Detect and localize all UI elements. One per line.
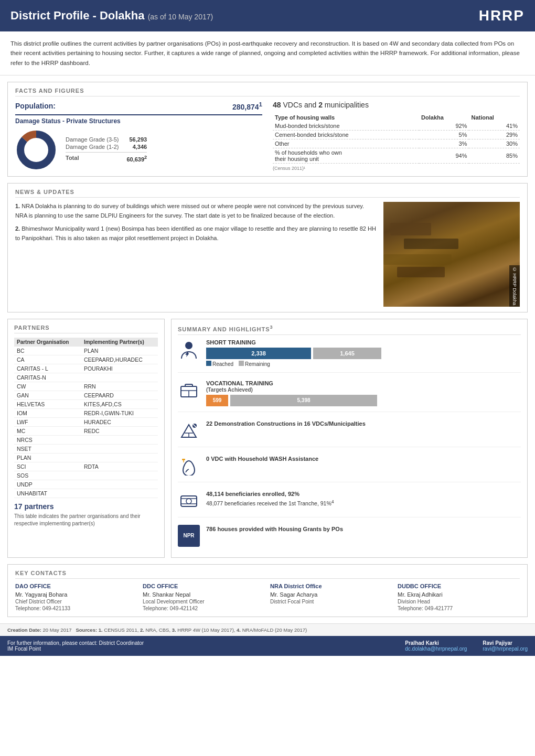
partners-table-row: HELVETASKITES,AFD,CS <box>14 400 158 409</box>
partners-col-impl: Implementing Partner(s) <box>81 338 158 347</box>
intro-section: This district profile outlines the curre… <box>0 31 535 75</box>
partners-note: This table indicates the partner organis… <box>14 513 158 527</box>
highlight-beneficiaries: 48,114 beneficiaries enrolled, 92% 48,07… <box>178 490 521 517</box>
wash-text: 0 VDC with Household WASH Assistance <box>206 455 521 463</box>
footer-contact-label: For further information, please contact:… <box>7 640 144 646</box>
title-prefix: District Profile - <box>10 9 100 22</box>
footer-person-2-email[interactable]: ravi@hrrpnepal.org <box>483 646 528 652</box>
construction-icon <box>178 419 200 441</box>
damage-row-2: Damage Grade (1-2) 4,346 <box>66 144 147 150</box>
contacts-section: KEY CONTACTS DAO OFFICE Mr. Yagyaraj Boh… <box>7 564 528 617</box>
housing-col-dolakha: Dolakha <box>419 113 469 122</box>
facts-left: Population: 280,8741 Damage Status - Pri… <box>15 101 262 171</box>
highlight-demo-construction: 22 Demonstration Constructions in 16 VDC… <box>178 419 521 447</box>
partners-table: Partner Organisation Implementing Partne… <box>14 338 158 498</box>
partners-table-row: SOS <box>14 471 158 480</box>
page-header: District Profile - Dolakha (as of 10 May… <box>0 0 535 31</box>
title-subtitle: (as of 10 May 2017) <box>148 13 213 21</box>
demo-construction-text: 22 Demonstration Constructions in 16 VDC… <box>206 419 521 428</box>
footer-person-1-email[interactable]: dc.dolakha@hrrpnepal.org <box>405 646 467 652</box>
housing-table: Type of housing walls Dolakha National M… <box>273 113 520 164</box>
partners-highlights-row: PARTNERS Partner Organisation Implementi… <box>7 319 528 558</box>
partners-table-row: LWFHURADEC <box>14 418 158 427</box>
highlight-vocational-content: VOCATIONAL TRAINING(Targets Achieved) 59… <box>206 380 521 406</box>
highlights-title: SUMMARY AND HIGHLIGHTS3 <box>178 325 521 335</box>
svg-point-3 <box>185 342 192 349</box>
highlights-section: SUMMARY AND HIGHLIGHTS3 SHORT TRAINING 2… <box>171 319 528 558</box>
footer-person-2: Ravi Pajiyar ravi@hrrpnepal.org <box>483 640 528 652</box>
highlight-demo-content: 22 Demonstration Constructions in 16 VDC… <box>206 419 521 428</box>
training-icon <box>178 339 200 361</box>
partners-col-org: Partner Organisation <box>14 338 81 347</box>
partners-table-row: CARITAS-N <box>14 373 158 382</box>
damage-row-1: Damage Grade (3-5) 56,293 <box>66 136 147 143</box>
footer-person-1: Pralhad Karki dc.dolakha@hrrpnepal.org <box>405 640 467 652</box>
partners-table-row: UNHABITAT <box>14 489 158 498</box>
footer-person-2-name: Ravi Pajiyar <box>483 640 528 646</box>
partners-table-row: PLAN <box>14 453 158 462</box>
vocational-label: VOCATIONAL TRAINING(Targets Achieved) <box>206 380 521 393</box>
highlight-wash: 0 VDC with Household WASH Assistance <box>178 455 521 482</box>
housing-col-national: National <box>469 113 520 122</box>
partners-table-row: MCREDC <box>14 427 158 436</box>
creation-date: Creation Date: 20 May 2017 <box>7 627 72 633</box>
highlight-vocational-training: VOCATIONAL TRAINING(Targets Achieved) 59… <box>178 380 521 412</box>
partners-table-row: CARITAS - LPOURAKHI <box>14 364 158 373</box>
page-title: District Profile - Dolakha (as of 10 May… <box>10 9 213 22</box>
news-content: 1. NRA Dolakha is planning to do survey … <box>15 202 520 307</box>
short-training-remaining-bar: 1,645 <box>313 348 381 359</box>
wash-icon <box>178 455 200 477</box>
damage-content: Damage Grade (3-5) 56,293 Damage Grade (… <box>15 129 262 171</box>
short-training-reached-bar: 2,338 <box>206 348 311 359</box>
contact-ddc: DDC OFFICE Mr. Shankar Nepal Local Devel… <box>143 583 265 611</box>
damage-total-row: Total 60,6392 <box>66 152 147 163</box>
footer-sources: Creation Date: 20 May 2017 Sources: 1. C… <box>0 623 535 636</box>
short-training-label: SHORT TRAINING <box>206 339 521 345</box>
housing-row-3: Other 3% 30% <box>273 139 520 148</box>
partners-table-row: GANCEEPAARD <box>14 391 158 400</box>
image-credit: © HRRP Dolakha <box>509 265 520 307</box>
contact-nra: NRA District Office Mr. Sagar Acharya Di… <box>270 583 392 611</box>
facts-right: 48 VDCs and 2 municipalities Type of hou… <box>273 101 520 171</box>
footer-persons: Pralhad Karki dc.dolakha@hrrpnepal.org R… <box>405 640 528 652</box>
partners-table-row: NRCS <box>14 436 158 445</box>
news-image: © HRRP Dolakha <box>383 202 520 307</box>
population-row: Population: 280,8741 <box>15 101 262 111</box>
partners-table-row: CWRRN <box>14 382 158 391</box>
npr-icon: NPR <box>178 525 200 547</box>
damage-table: Damage Grade (3-5) 56,293 Damage Grade (… <box>66 136 147 164</box>
facts-title: FACTS AND FIGURES <box>15 88 520 96</box>
vocational-reached-bar: 599 <box>206 395 228 406</box>
partners-table-row: IOMREDR-I,GWIN-TUKI <box>14 409 158 418</box>
news-item-1: 1. NRA Dolakha is planning to do survey … <box>15 202 376 220</box>
housing-col-type: Type of housing walls <box>273 113 419 122</box>
damage-title: Damage Status - Private Structures <box>15 114 262 125</box>
contact-dudbc: DUDBC OFFICE Mr. Ekraj Adhikari Division… <box>398 583 520 611</box>
contacts-grid: DAO OFFICE Mr. Yagyaraj Bohara Chief Dis… <box>15 583 520 611</box>
sources-text: Sources: 1. CENSUS 2011, 2. NRA, CBS, 3.… <box>76 627 307 633</box>
highlight-short-training: SHORT TRAINING 2,338 1,645 Reached Remai… <box>178 339 521 373</box>
partners-table-row: BCPLAN <box>14 347 158 355</box>
npr-badge: NPR <box>178 525 200 547</box>
contacts-title: KEY CONTACTS <box>15 570 520 579</box>
highlight-housing-grants-content: 786 houses provided with Housing Grants … <box>206 525 521 534</box>
news-section: NEWS & UPDATES 1. NRA Dolakha is plannin… <box>7 183 528 312</box>
footer-contact: For further information, please contact:… <box>0 636 535 656</box>
district-name: Dolakha <box>100 9 145 22</box>
damage-donut-chart <box>15 129 57 171</box>
svg-rect-8 <box>182 459 185 460</box>
beneficiaries-text: 48,114 beneficiaries enrolled, 92% 48,07… <box>206 490 521 508</box>
news-item-2: 2. Bhimeshwor Municipality ward 1 (new) … <box>15 224 376 243</box>
contact-dao: DAO OFFICE Mr. Yagyaraj Bohara Chief Dis… <box>15 583 137 611</box>
footer-left: For further information, please contact:… <box>7 640 394 652</box>
short-training-legend: Reached Remaining <box>206 361 521 367</box>
housing-row-1: Mud-bonded bricks/stone 92% 41% <box>273 122 520 131</box>
vdc-text: 48 VDCs and 2 municipalities <box>273 101 369 109</box>
partners-section: PARTNERS Partner Organisation Implementi… <box>7 319 165 558</box>
vocational-icon <box>178 380 200 402</box>
partners-table-row: UNDP <box>14 480 158 489</box>
partners-table-row: CACEEPAARD,HURADEC <box>14 355 158 364</box>
highlight-wash-content: 0 VDC with Household WASH Assistance <box>206 455 521 463</box>
svg-rect-9 <box>181 496 197 506</box>
highlight-housing-grants: NPR 786 houses provided with Housing Gra… <box>178 525 521 552</box>
